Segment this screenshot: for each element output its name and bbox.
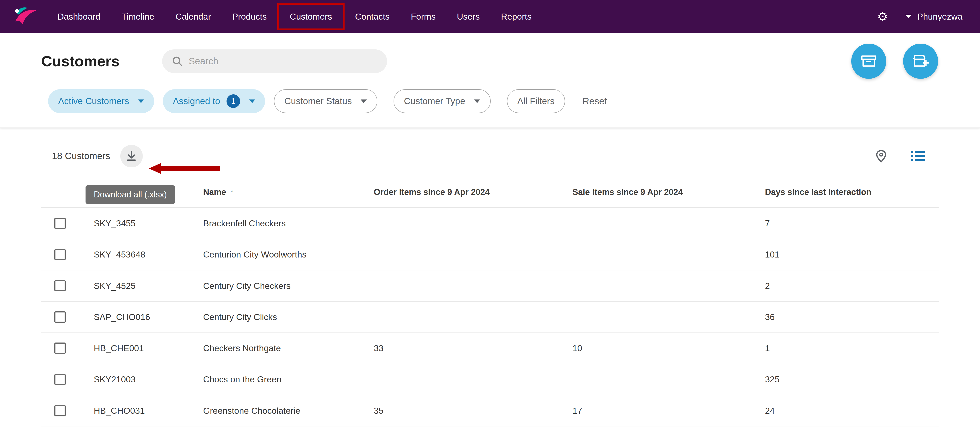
cell-days-since: 325 (765, 375, 939, 384)
filter-active-customers[interactable]: Active Customers (48, 89, 154, 113)
nav-item-products[interactable]: Products (232, 6, 267, 27)
cell-days-since: 1 (765, 343, 939, 353)
chevron-down-icon (474, 100, 480, 103)
nav-item-customers[interactable]: Customers (277, 3, 344, 30)
table-header-row: Code Name ↑ Order items since 9 Apr 2024… (41, 177, 939, 208)
top-navigation: DashboardTimelineCalendarProductsCustome… (0, 0, 980, 33)
row-checkbox[interactable] (54, 249, 66, 260)
table-row[interactable]: SAP_CHO016Century City Clicks36 (41, 302, 939, 333)
cell-days-since: 36 (765, 312, 939, 322)
export-button[interactable] (851, 44, 886, 79)
row-checkbox[interactable] (54, 280, 66, 292)
sort-ascending-icon: ↑ (230, 187, 234, 197)
cell-sale-items: 10 (573, 343, 765, 353)
chevron-down-icon (138, 100, 144, 103)
filter-bar: Active Customers Assigned to 1 Customer … (0, 89, 980, 113)
page-title: Customers (41, 52, 119, 70)
column-header-orders[interactable]: Order items since 9 Apr 2024 (374, 187, 573, 197)
table-row[interactable]: SKY21003Chocs on the Green325 (41, 364, 939, 395)
search-icon (172, 56, 182, 67)
chevron-down-icon (361, 100, 367, 103)
filter-customer-type[interactable]: Customer Type (393, 89, 491, 113)
table-row[interactable]: HB_CHO031Greenstone Chocolaterie351724 (41, 395, 939, 426)
settings-gear-icon[interactable]: ⚙ (877, 11, 888, 22)
app-window: DashboardTimelineCalendarProductsCustome… (0, 0, 980, 446)
box-upload-icon (861, 53, 877, 69)
map-view-button[interactable] (875, 149, 887, 163)
customer-count: 18 Customers (52, 151, 110, 161)
cell-order-items: 35 (374, 406, 573, 416)
nav-item-reports[interactable]: Reports (501, 6, 531, 27)
cell-days-since: 101 (765, 249, 939, 259)
chevron-down-icon (249, 100, 255, 103)
cell-days-since: 2 (765, 281, 939, 291)
user-name: Phunyezwa (917, 11, 963, 22)
column-header-name[interactable]: Name ↑ (203, 187, 374, 197)
nav-item-forms[interactable]: Forms (411, 6, 436, 27)
download-tooltip: Download all (.xlsx) (86, 186, 175, 204)
cell-code: SKY21003 (94, 375, 203, 384)
row-checkbox[interactable] (54, 405, 66, 416)
cell-sale-items: 17 (573, 406, 765, 416)
table-row[interactable]: SKY_3455Brackenfell Checkers7 (41, 208, 939, 239)
filter-assigned-to-label: Assigned to (173, 96, 220, 106)
nav-item-timeline[interactable]: Timeline (122, 6, 154, 27)
table-row[interactable]: SKY_4525Century City Checkers2 (41, 270, 939, 302)
cell-name: Checkers Northgate (203, 343, 374, 353)
list-view-icon (911, 151, 925, 162)
add-customer-button[interactable] (903, 44, 938, 79)
filter-customer-status[interactable]: Customer Status (274, 89, 377, 113)
search-box[interactable] (162, 49, 387, 73)
download-icon (125, 150, 138, 162)
cell-code: HB_CHE001 (94, 343, 203, 353)
row-checkbox[interactable] (54, 343, 66, 354)
table-row[interactable]: SKY_453648Centurion City Woolworths101 (41, 239, 939, 270)
annotation-arrow (149, 163, 220, 174)
page-header: Customers (0, 33, 980, 128)
all-filters-button[interactable]: All Filters (507, 89, 565, 113)
location-pin-icon (875, 149, 887, 163)
nav-item-contacts[interactable]: Contacts (355, 6, 390, 27)
cell-name: Chocs on the Green (203, 375, 374, 384)
chevron-down-icon (905, 15, 912, 18)
cell-order-items: 33 (374, 343, 573, 353)
assigned-count-badge: 1 (226, 94, 240, 108)
cell-code: SKY_3455 (94, 218, 203, 229)
filter-assigned-to[interactable]: Assigned to 1 (163, 89, 265, 113)
row-checkbox[interactable] (54, 217, 66, 229)
row-checkbox[interactable] (54, 311, 66, 323)
cell-code: SKY_4525 (94, 281, 203, 291)
cell-name: Century City Checkers (203, 281, 374, 291)
column-header-days[interactable]: Days since last interaction (765, 187, 939, 197)
add-store-icon (913, 53, 929, 69)
cell-name: Brackenfell Checkers (203, 218, 374, 229)
filter-customer-type-label: Customer Type (404, 96, 465, 106)
search-input[interactable] (189, 56, 377, 67)
cell-name: Greenstone Chocolaterie (203, 406, 374, 416)
list-view-button[interactable] (911, 151, 925, 162)
cell-days-since: 24 (765, 406, 939, 416)
filter-customer-status-label: Customer Status (285, 96, 352, 106)
nav-item-dashboard[interactable]: Dashboard (57, 6, 100, 27)
table-row[interactable]: HB_CHE001Checkers Northgate33101 (41, 333, 939, 364)
nav-item-calendar[interactable]: Calendar (175, 6, 211, 27)
cell-name: Century City Clicks (203, 312, 374, 322)
column-header-name-label: Name (203, 187, 226, 197)
cell-code: SKY_453648 (94, 249, 203, 259)
row-checkbox[interactable] (54, 374, 66, 385)
nav-item-users[interactable]: Users (457, 6, 480, 27)
table-body: SKY_3455Brackenfell Checkers7SKY_453648C… (41, 208, 939, 426)
cell-code: SAP_CHO016 (94, 312, 203, 322)
cell-days-since: 7 (765, 218, 939, 229)
filter-active-customers-label: Active Customers (58, 96, 129, 106)
cell-code: HB_CHO031 (94, 406, 203, 416)
nav-items: DashboardTimelineCalendarProductsCustome… (57, 0, 553, 33)
all-filters-label: All Filters (517, 96, 555, 106)
download-all-button[interactable] (120, 145, 143, 167)
user-menu[interactable]: Phunyezwa (905, 11, 963, 22)
reset-filters-button[interactable]: Reset (582, 96, 607, 106)
cell-name: Centurion City Woolworths (203, 249, 374, 259)
customers-content: 18 Customers (41, 140, 939, 426)
column-header-sales[interactable]: Sale items since 9 Apr 2024 (573, 187, 765, 197)
app-logo-icon[interactable] (11, 5, 40, 28)
